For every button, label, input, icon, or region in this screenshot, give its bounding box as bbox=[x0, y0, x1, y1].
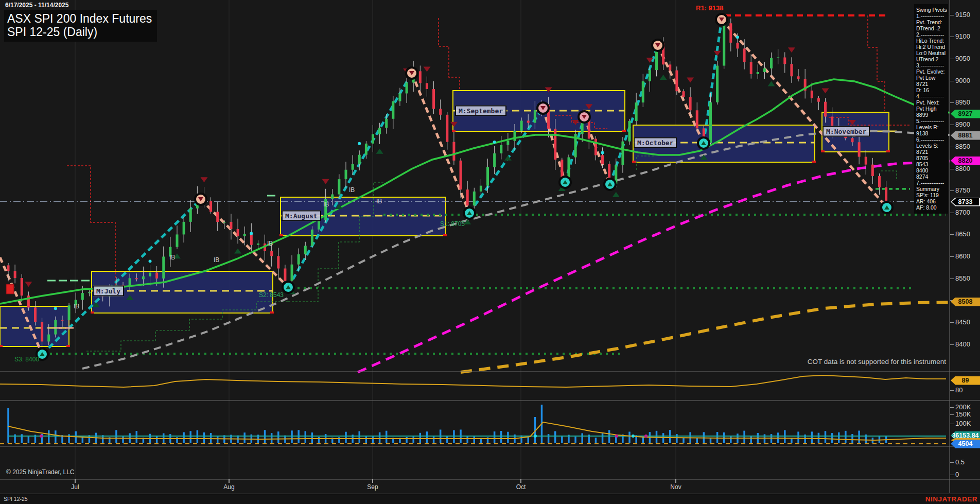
price-badge-8508: 8508 bbox=[951, 298, 980, 306]
initial-balance-label: IB bbox=[323, 201, 329, 208]
price-axis-tick[interactable]: 8600 bbox=[955, 252, 970, 260]
price-axis-tick-tick bbox=[950, 15, 954, 15]
price-axis-tick-tick bbox=[950, 322, 954, 323]
ninjatrader-logo: NINJATRADER bbox=[925, 495, 977, 503]
volume-axis-tick-tick bbox=[950, 424, 954, 424]
price-badge-8733-value: 8733 bbox=[952, 198, 979, 205]
price-axis-tick[interactable]: 8950 bbox=[955, 98, 970, 106]
support-level-label: S2: 8543 bbox=[259, 291, 284, 299]
cot-warning-text: COT data is not supported for this instr… bbox=[637, 358, 946, 366]
swing-pivots-line: Pvt High bbox=[916, 106, 948, 112]
price-axis-tick-tick bbox=[950, 279, 954, 279]
oscillator-badge: 89 bbox=[951, 376, 980, 385]
swing-pivots-line: 8899 bbox=[916, 112, 948, 118]
status-bar: SPI 12-25 NINJATRADER bbox=[0, 494, 980, 504]
price-axis-tick[interactable]: 9100 bbox=[955, 32, 970, 40]
swing-pivots-line: Swing Pivots bbox=[916, 7, 948, 13]
price-axis-tick[interactable]: 8650 bbox=[955, 230, 970, 238]
swing-pivots-line: Lo:0 Neutral bbox=[916, 50, 948, 56]
time-axis-label-sep[interactable]: Sep bbox=[367, 483, 378, 491]
swing-pivots-line: 1.------------- bbox=[916, 13, 948, 19]
swing-pivots-panel: Swing Pivots1.-------------Pvt. Trend:DT… bbox=[914, 4, 948, 214]
ratio-axis-tick[interactable]: 0.5 bbox=[955, 458, 965, 466]
volume-axis-tick[interactable]: 200K bbox=[955, 403, 971, 411]
time-axis-label-nov[interactable]: Nov bbox=[670, 483, 681, 491]
price-axis-tick[interactable]: 8700 bbox=[955, 208, 970, 216]
price-badge-8881: 8881 bbox=[951, 131, 980, 140]
volume-axis-tick-tick bbox=[950, 407, 954, 408]
swing-pivots-line: UTrend 2 bbox=[916, 56, 948, 62]
swing-pivots-line: 8705 bbox=[916, 155, 948, 161]
price-axis-tick-tick bbox=[950, 102, 954, 103]
time-axis-label-jul[interactable]: Jul bbox=[71, 483, 79, 491]
chart-title-line1: ASX SPI 200 Index Futures bbox=[7, 12, 152, 25]
price-badge-8927: 8927 bbox=[951, 110, 980, 118]
initial-balance-label: IB bbox=[169, 254, 175, 261]
status-instrument-label: SPI 12-25 bbox=[4, 496, 28, 502]
price-axis-tick-tick bbox=[950, 213, 954, 213]
ninjatrader-chart-window: 6/17/2025 - 11/14/2025 ASX SPI 200 Index… bbox=[0, 0, 980, 504]
price-axis-tick-tick bbox=[950, 256, 954, 257]
month-label-chip[interactable]: M:August bbox=[282, 211, 321, 221]
swing-pivots-line: DTrend -2 bbox=[916, 25, 948, 31]
price-axis-tick-tick bbox=[950, 190, 954, 191]
price-axis-tick[interactable]: 8850 bbox=[955, 143, 970, 150]
resistance-r1-label: R1: 9138 bbox=[696, 4, 723, 12]
support-level-label: S1: 8705 bbox=[440, 220, 465, 228]
swing-pivots-line: 8543 bbox=[916, 161, 948, 167]
swing-pivots-line: Levels S: bbox=[916, 143, 948, 149]
price-axis-tick[interactable]: 8450 bbox=[955, 318, 970, 326]
price-axis-tick-tick bbox=[950, 344, 954, 345]
date-range: 6/17/2025 - 11/14/2025 bbox=[5, 2, 68, 9]
initial-balance-label: IB bbox=[267, 240, 273, 247]
price-axis-tick-tick bbox=[950, 147, 954, 147]
swing-pivots-line: Pvt Low bbox=[916, 75, 948, 81]
price-axis-tick-tick bbox=[950, 125, 954, 125]
price-axis-tick[interactable]: 8750 bbox=[955, 186, 970, 194]
swing-pivots-line: 8274 bbox=[916, 173, 948, 180]
swing-pivots-line: 9138 bbox=[916, 130, 948, 136]
swing-pivots-line: 4.------------- bbox=[916, 93, 948, 99]
volume-axis-tick[interactable]: 100K bbox=[955, 420, 971, 427]
price-axis-tick[interactable]: 9050 bbox=[955, 55, 970, 62]
swing-pivots-line: 2.------------- bbox=[916, 31, 948, 38]
chart-title-line2: SPI 12-25 (Daily) bbox=[7, 25, 152, 39]
initial-balance-label: IB bbox=[349, 186, 355, 194]
price-axis-tick[interactable]: 8800 bbox=[955, 165, 970, 172]
swing-pivots-line: AF: 8.00 bbox=[916, 204, 948, 211]
month-label-chip[interactable]: M:September bbox=[455, 106, 506, 116]
price-axis-tick[interactable]: 8900 bbox=[955, 120, 970, 128]
time-axis-label-aug[interactable]: Aug bbox=[223, 483, 234, 491]
price-chart-canvas[interactable] bbox=[0, 0, 980, 504]
swing-pivots-line: 7.------------- bbox=[916, 180, 948, 186]
month-label-chip[interactable]: M:July bbox=[93, 286, 124, 297]
swing-pivots-line: SP's: 119 bbox=[916, 192, 948, 198]
price-axis-tick-tick bbox=[950, 234, 954, 235]
swing-pivots-line: 3.------------- bbox=[916, 62, 948, 68]
swing-pivots-line: HiLo Trend: bbox=[916, 38, 948, 44]
swing-pivots-line: 5.------------- bbox=[916, 118, 948, 124]
initial-balance-label: IB bbox=[74, 303, 79, 310]
month-label-chip[interactable]: M:October bbox=[634, 137, 677, 148]
price-axis-tick[interactable]: 9150 bbox=[955, 11, 970, 19]
price-axis-tick-tick bbox=[950, 169, 954, 169]
price-axis-tick[interactable]: 9000 bbox=[955, 77, 970, 84]
ratio-axis-tick[interactable]: 0 bbox=[955, 471, 959, 478]
volume-axis-tick[interactable]: 150K bbox=[955, 410, 971, 418]
swing-pivots-line: Pvt. Next: bbox=[916, 99, 948, 106]
price-axis-tick[interactable]: 8400 bbox=[955, 340, 970, 348]
oscillator-axis-tick[interactable]: 80 bbox=[955, 386, 962, 394]
initial-balance-label: IB bbox=[214, 256, 219, 264]
price-axis-tick[interactable]: 8550 bbox=[955, 274, 970, 282]
month-label-chip[interactable]: M:November bbox=[822, 126, 870, 137]
ratio-axis-tick-tick bbox=[950, 462, 954, 463]
swing-pivots-line: Summary bbox=[916, 186, 948, 192]
volume-axis-tick-tick bbox=[950, 414, 954, 415]
chart-title: ASX SPI 200 Index Futures SPI 12-25 (Dai… bbox=[4, 10, 157, 42]
swing-pivots-line: Levels R: bbox=[916, 124, 948, 130]
support-level-label: S3: 8400 bbox=[14, 356, 39, 363]
time-axis-label-oct[interactable]: Oct bbox=[516, 483, 526, 491]
price-axis-tick-tick bbox=[950, 81, 954, 81]
price-axis-tick-tick bbox=[950, 37, 954, 37]
ratio-axis-tick-tick bbox=[950, 475, 954, 475]
